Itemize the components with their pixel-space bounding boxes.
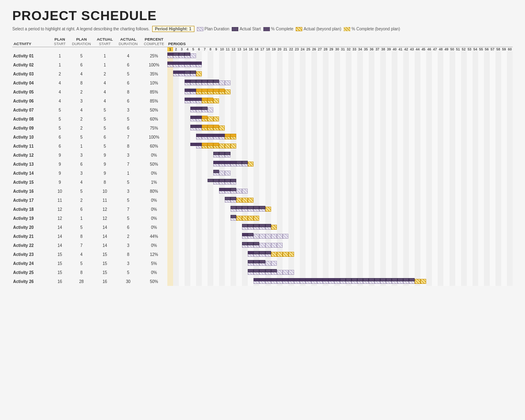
gantt-cell-p60 [507, 105, 513, 114]
gantt-cell-p29 [329, 232, 334, 241]
gantt-cell-p13 [236, 178, 242, 187]
gantt-cell-p19 [271, 60, 277, 69]
gantt-cell-p15 [248, 241, 253, 250]
percent-complete-value: 50% [141, 277, 167, 286]
gantt-cell-p43 [409, 187, 415, 196]
period-8: 8 [208, 47, 213, 52]
period-55: 55 [478, 47, 484, 52]
gantt-cell-p31 [340, 87, 346, 96]
col-actual-duration: ACTUALDURATION [116, 36, 141, 47]
gantt-cell-p15 [248, 105, 253, 114]
gantt-cell-p15 [248, 160, 253, 169]
gantt-cell-p11 [225, 78, 231, 87]
gantt-cell-p55 [478, 160, 484, 169]
gantt-cell-p31 [340, 178, 346, 187]
plan-start-value: 12 [51, 205, 69, 214]
gantt-cell-p51 [455, 51, 461, 60]
activity-name: Activity 24 [12, 259, 51, 268]
gantt-cell-p45 [420, 69, 426, 78]
percent-complete-value: 0% [141, 241, 167, 250]
gantt-cell-p30 [334, 123, 340, 132]
gantt-cell-p2 [173, 142, 179, 151]
gantt-cell-p48 [438, 60, 443, 69]
gantt-cell-p37 [374, 169, 380, 178]
gantt-cell-p44 [415, 196, 420, 205]
period-56: 56 [484, 47, 490, 52]
gantt-cell-p5 [190, 205, 196, 214]
gantt-cell-p30 [334, 241, 340, 250]
gantt-cell-p31 [340, 214, 346, 223]
gantt-cell-p59 [501, 187, 507, 196]
gantt-cell-p38 [380, 169, 386, 178]
gantt-cell-p7 [202, 259, 208, 268]
period-45: 45 [420, 47, 426, 52]
gantt-cell-p34 [357, 78, 363, 87]
gantt-cell-p16 [253, 151, 259, 160]
percent-complete-value: 5% [141, 259, 167, 268]
gantt-cell-p38 [380, 96, 386, 105]
gantt-cell-p12 [231, 151, 236, 160]
gantt-cell-p37 [374, 151, 380, 160]
gantt-cell-p20 [277, 187, 283, 196]
gantt-cell-p60 [507, 250, 513, 259]
gantt-cell-p21 [283, 169, 288, 178]
gantt-cell-p50 [450, 132, 455, 142]
activity-name: Activity 19 [12, 214, 51, 223]
gantt-cell-p31 [340, 169, 346, 178]
gantt-cell-p37 [374, 114, 380, 123]
gantt-cell-p1 [167, 205, 173, 214]
gantt-cell-p31 [340, 132, 346, 142]
gantt-cell-p43 [409, 241, 415, 250]
gantt-cell-p37 [374, 250, 380, 259]
gantt-cell-p37 [374, 223, 380, 232]
gantt-cell-p45 [420, 241, 426, 250]
gantt-cell-p52 [461, 196, 467, 205]
gantt-cell-p53 [467, 105, 472, 114]
gantt-cell-p27 [317, 60, 323, 69]
gantt-cell-p16 [253, 205, 259, 214]
gantt-cell-p2 [173, 277, 179, 286]
gantt-cell-p5 [190, 132, 196, 142]
gantt-cell-p12 [231, 241, 236, 250]
gantt-cell-p31 [340, 51, 346, 60]
gantt-cell-p2 [173, 250, 179, 259]
gantt-cell-p52 [461, 232, 467, 241]
gantt-cell-p13 [236, 51, 242, 60]
gantt-cell-p53 [467, 241, 472, 250]
gantt-cell-p16 [253, 196, 259, 205]
gantt-cell-p20 [277, 241, 283, 250]
gantt-cell-p59 [501, 250, 507, 259]
gantt-cell-p40 [392, 232, 397, 241]
gantt-cell-p41 [397, 105, 403, 114]
gantt-cell-p50 [450, 169, 455, 178]
gantt-cell-p50 [450, 259, 455, 268]
gantt-cell-p26 [311, 87, 317, 96]
gantt-cell-p30 [334, 196, 340, 205]
gantt-cell-p8 [208, 232, 213, 241]
gantt-cell-p24 [300, 169, 306, 178]
gantt-cell-p20 [277, 214, 283, 223]
gantt-cell-p45 [420, 259, 426, 268]
gantt-cell-p40 [392, 87, 397, 96]
gantt-cell-p9 [213, 114, 219, 123]
gantt-cell-p17 [259, 132, 265, 142]
gantt-cell-p58 [495, 87, 501, 96]
gantt-cell-p52 [461, 123, 467, 132]
gantt-cell-p1 [167, 60, 173, 69]
gantt-cell-p29 [329, 87, 334, 96]
gantt-cell-p41 [397, 196, 403, 205]
gantt-cell-p10 [219, 96, 225, 105]
gantt-cell-p26 [311, 250, 317, 259]
highlight-box[interactable]: Period Highlight: 1 [152, 26, 194, 32]
gantt-cell-p25 [306, 277, 311, 286]
gantt-cell-p49 [443, 277, 449, 286]
gantt-cell-p20 [277, 60, 283, 69]
gantt-cell-p36 [369, 268, 374, 277]
gantt-cell-p16 [253, 123, 259, 132]
gantt-cell-p26 [311, 178, 317, 187]
gantt-cell-p4 [185, 51, 190, 60]
gantt-cell-p29 [329, 214, 334, 223]
gantt-cell-p46 [426, 241, 432, 250]
gantt-cell-p26 [311, 241, 317, 250]
gantt-cell-p17 [259, 205, 265, 214]
